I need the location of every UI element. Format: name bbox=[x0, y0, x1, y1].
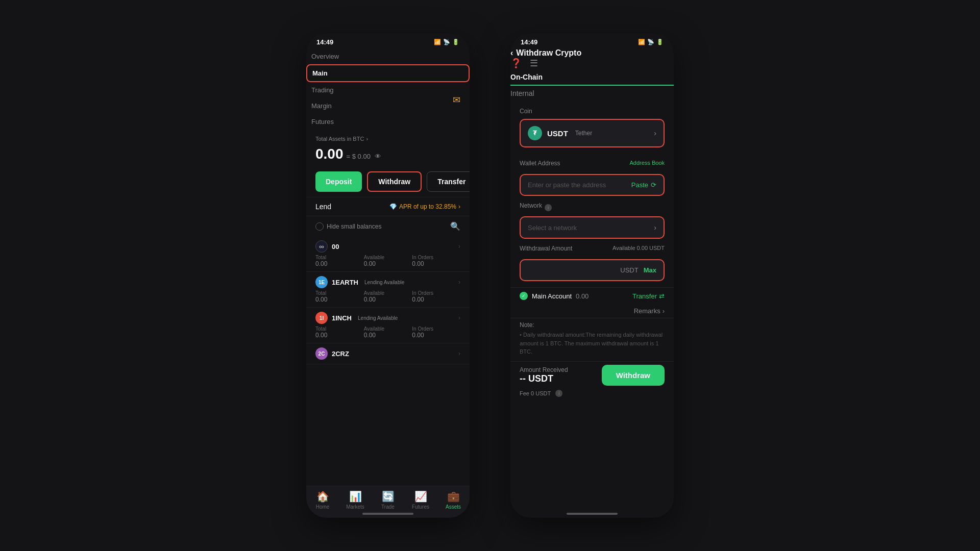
back-arrow-icon: ‹ bbox=[510, 48, 513, 58]
usdt-full-name: Tether bbox=[575, 130, 592, 137]
hide-balances-toggle[interactable]: Hide small balances bbox=[315, 222, 381, 231]
paste-icon[interactable]: ⟳ bbox=[651, 181, 656, 189]
home-indicator bbox=[362, 513, 413, 515]
futures-icon: 📈 bbox=[414, 490, 427, 503]
deposit-button[interactable]: Deposit bbox=[315, 171, 362, 192]
usdt-icon: ₮ bbox=[528, 126, 542, 140]
header-icons: ❓ ☰ bbox=[510, 58, 674, 69]
address-book-link[interactable]: Address Book bbox=[630, 160, 665, 171]
coin-selector[interactable]: ₮ USDT Tether › bbox=[520, 119, 665, 147]
main-account-value: 0.00 bbox=[576, 292, 589, 300]
paste-button-group: Paste ⟳ bbox=[631, 181, 656, 189]
status-time-1: 14:49 bbox=[316, 38, 333, 46]
nav-item-assets[interactable]: 💼 Assets bbox=[437, 490, 470, 510]
note-section: Note: • Daily withdrawal amount:The rema… bbox=[510, 318, 674, 361]
received-value: -- USDT bbox=[520, 373, 568, 384]
transfer-button[interactable]: Transfer bbox=[427, 171, 470, 192]
status-icons-2: 📶 📡 🔋 bbox=[638, 39, 664, 45]
coin-symbol-infinity: 00 bbox=[332, 243, 339, 251]
address-header: Wallet Address Address Book bbox=[520, 160, 665, 171]
wallet-address-section: Wallet Address Address Book Enter or pas… bbox=[510, 160, 674, 202]
remarks-chevron-icon: › bbox=[663, 307, 665, 315]
transfer-link[interactable]: Transfer ⇄ bbox=[632, 292, 665, 300]
balance-checkbox[interactable] bbox=[315, 222, 324, 231]
trade-icon: 🔄 bbox=[382, 490, 395, 503]
status-time-2: 14:49 bbox=[521, 38, 537, 46]
home-icon: 🏠 bbox=[316, 490, 329, 503]
nav-item-home[interactable]: 🏠 Home bbox=[306, 490, 339, 510]
wifi-icon-2: 📡 bbox=[647, 39, 654, 45]
back-button[interactable]: ‹ Withdraw Crypto bbox=[510, 48, 674, 58]
main-scroll-content: Total Assets in BTC › 0.00 = $ 0.00 👁 ✉ … bbox=[306, 130, 470, 518]
note-title: Note: bbox=[520, 321, 665, 329]
coin-stats-1inch: Total 0.00 Available 0.00 In Orders 0.00 bbox=[315, 326, 460, 339]
withdraw-main-button[interactable]: Withdraw bbox=[602, 365, 665, 386]
network-placeholder: Select a network bbox=[528, 224, 577, 232]
tab-overview[interactable]: Overview bbox=[306, 48, 470, 64]
assets-header: Total Assets in BTC › 0.00 = $ 0.00 👁 ✉ bbox=[306, 130, 470, 166]
withdraw-scroll-content: Coin ₮ USDT Tether › Wallet Address Addr… bbox=[510, 102, 674, 505]
amount-input-box[interactable]: USDT Max bbox=[520, 259, 665, 281]
home-indicator-2 bbox=[567, 513, 618, 515]
withdraw-button[interactable]: Withdraw bbox=[367, 171, 422, 192]
coin-section: Coin ₮ USDT Tether › bbox=[510, 102, 674, 160]
list-item[interactable]: 1I 1INCH Lending Available › Total 0.00 … bbox=[306, 308, 470, 343]
hide-balances-label: Hide small balances bbox=[327, 223, 381, 230]
coin-icon-1inch: 1I bbox=[315, 312, 328, 324]
assets-label: Total Assets in BTC › bbox=[315, 136, 460, 142]
coin-selector-left: ₮ USDT Tether bbox=[528, 126, 592, 140]
lend-chevron-icon: › bbox=[458, 203, 460, 210]
coin-row-chevron: › bbox=[458, 243, 460, 250]
max-button[interactable]: Max bbox=[644, 266, 656, 274]
network-selector[interactable]: Select a network › bbox=[520, 216, 665, 239]
tab-margin[interactable]: Margin bbox=[306, 98, 470, 114]
amount-label: Withdrawal Amount bbox=[520, 245, 572, 252]
tab-trading[interactable]: Trading bbox=[306, 82, 470, 98]
main-account-label: Main Account bbox=[532, 292, 572, 300]
coin-stats-infinity: Total 0.00 Available 0.00 In Orders 0.00 bbox=[315, 255, 460, 267]
search-icon[interactable]: 🔍 bbox=[450, 221, 460, 231]
main-account-row: Main Account 0.00 Transfer ⇄ bbox=[510, 287, 674, 304]
help-icon[interactable]: ❓ bbox=[510, 58, 522, 69]
main-account-check-icon bbox=[520, 292, 528, 300]
wallet-label: Wallet Address bbox=[520, 160, 560, 167]
status-icons-1: 📶 📡 🔋 bbox=[434, 39, 459, 45]
tab-futures[interactable]: Futures bbox=[306, 114, 470, 130]
coin-icon-infinity: ∞ bbox=[315, 240, 328, 253]
address-input-box[interactable]: Enter or paste the address Paste ⟳ bbox=[520, 174, 665, 196]
eye-icon[interactable]: 👁 bbox=[375, 153, 381, 160]
remarks-row: Remarks › bbox=[510, 304, 674, 318]
network-info-icon: i bbox=[545, 204, 552, 211]
action-buttons: Deposit Withdraw Transfer bbox=[306, 166, 470, 197]
coin-row-chevron: › bbox=[458, 350, 460, 357]
assets-usd: = $ 0.00 👁 bbox=[347, 153, 381, 160]
nav-label-trade: Trade bbox=[381, 504, 395, 510]
list-item[interactable]: ∞ 00 › Total 0.00 Available 0.00 I bbox=[306, 236, 470, 272]
list-item[interactable]: 1E 1EARTH Lending Available › Total 0.00… bbox=[306, 272, 470, 308]
network-label: Network bbox=[520, 202, 542, 209]
tab-onchain[interactable]: On-Chain bbox=[510, 69, 674, 85]
coin-icon-2crz: 2C bbox=[315, 347, 328, 360]
history-icon[interactable]: ☰ bbox=[530, 58, 538, 69]
sub-tabs: On-Chain Internal bbox=[510, 69, 674, 102]
battery-icon: 🔋 bbox=[452, 39, 459, 45]
status-bar-2: 14:49 📶 📡 🔋 bbox=[510, 33, 674, 48]
received-section: Amount Received -- USDT Withdraw bbox=[510, 361, 674, 389]
received-left: Amount Received -- USDT bbox=[520, 366, 568, 384]
paste-button[interactable]: Paste bbox=[631, 181, 648, 189]
network-label-row: Network i bbox=[520, 202, 665, 213]
fee-text: Fee 0 USDT bbox=[520, 390, 551, 396]
tab-internal[interactable]: Internal bbox=[510, 85, 674, 102]
lend-row[interactable]: Lend 💎 APR of up to 32.85% › bbox=[306, 197, 470, 216]
nav-item-markets[interactable]: 📊 Markets bbox=[339, 490, 372, 510]
page-title: Withdraw Crypto bbox=[516, 48, 581, 58]
signal-icon-2: 📶 bbox=[638, 39, 645, 45]
tab-main[interactable]: Main bbox=[306, 64, 470, 82]
coin-symbol-2crz: 2CRZ bbox=[332, 350, 349, 358]
phone-withdraw: 14:49 📶 📡 🔋 ‹ Withdraw Crypto ❓ ☰ On-Cha… bbox=[510, 33, 674, 518]
markets-icon: 📊 bbox=[349, 490, 362, 503]
list-item[interactable]: 2C 2CRZ › bbox=[306, 343, 470, 364]
nav-item-trade[interactable]: 🔄 Trade bbox=[372, 490, 404, 510]
nav-item-futures[interactable]: 📈 Futures bbox=[404, 490, 437, 510]
remarks-link[interactable]: Remarks › bbox=[634, 307, 665, 315]
